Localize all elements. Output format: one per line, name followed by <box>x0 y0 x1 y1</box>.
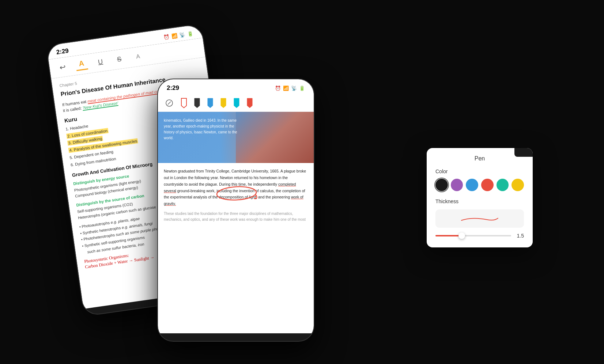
color-blue[interactable] <box>466 179 478 191</box>
pen-panel: Pen Color Thickness 1.5 <box>427 148 533 247</box>
font-tool-back[interactable]: A <box>132 50 145 63</box>
underline-text: completed several <box>164 182 296 193</box>
status-icons-back: ⏰ 📶 📡 🔋 <box>163 31 193 40</box>
color-label: Color <box>435 168 524 174</box>
hl-tool-blue[interactable] <box>206 98 214 109</box>
hl-tool-teal[interactable] <box>233 98 241 109</box>
color-swatches <box>435 179 524 191</box>
battery-icon-front: 🔋 <box>299 86 305 91</box>
svg-marker-9 <box>234 98 239 108</box>
signal-icon: 📡 <box>179 32 186 38</box>
svg-marker-6 <box>195 98 200 108</box>
text-section: Newton graduated from Trinity College, C… <box>158 163 314 228</box>
content-front: kinematics, Galileo died in 1643. In the… <box>158 112 314 333</box>
time-front: 2:29 <box>167 84 179 92</box>
phone-front: 2:29 ⏰ 📶 📡 🔋 <box>157 79 314 342</box>
pen-panel-title: Pen <box>435 155 524 162</box>
color-yellow[interactable] <box>511 179 524 191</box>
hl-tool-red-inverted[interactable] <box>180 98 188 109</box>
status-icons-front: ⏰ 📶 📡 🔋 <box>275 86 305 91</box>
thickness-label: Thickness <box>435 198 524 204</box>
underline-text-2: work of gravity. <box>164 195 303 206</box>
thickness-slider-track[interactable] <box>435 235 511 236</box>
thickness-value: 1.5 <box>515 233 524 239</box>
thickness-slider-row: 1.5 <box>435 233 524 239</box>
image-car <box>236 112 314 163</box>
toolbar-front <box>158 95 314 112</box>
slider-fill <box>435 235 462 236</box>
image-caption: kinematics, Galileo died in 1643. In the… <box>158 112 244 147</box>
color-teal[interactable] <box>497 179 509 191</box>
hl-tool-yellow[interactable] <box>219 98 227 109</box>
color-black[interactable] <box>435 179 448 191</box>
thickness-preview <box>435 209 524 228</box>
svg-marker-7 <box>208 98 213 108</box>
hl-tool-dark[interactable] <box>193 98 201 109</box>
alarm-icon: ⏰ <box>163 34 170 40</box>
thickness-line-preview <box>458 213 502 224</box>
panel-header-bar <box>514 148 533 157</box>
slider-thumb[interactable] <box>458 232 465 239</box>
second-para: These studies laid the foundation for th… <box>164 211 308 223</box>
svg-marker-8 <box>221 98 226 108</box>
status-bar-front: 2:29 ⏰ 📶 📡 🔋 <box>158 79 314 95</box>
eraser-tool-back[interactable]: ↩ <box>56 61 69 74</box>
battery-icon: 🔋 <box>187 31 193 37</box>
svg-marker-5 <box>181 98 186 108</box>
signal-icon-front: 📡 <box>291 86 297 91</box>
hl-tool-red[interactable] <box>246 98 254 109</box>
svg-marker-10 <box>247 98 252 108</box>
time-back: 2:29 <box>56 47 69 56</box>
wifi-icon-front: 📶 <box>283 86 289 91</box>
newton-para: Newton graduated from Trinity College, C… <box>164 168 308 207</box>
color-purple[interactable] <box>451 179 463 191</box>
strike-tool-back[interactable]: S <box>113 53 126 66</box>
alarm-icon-front: ⏰ <box>275 86 281 91</box>
image-section: kinematics, Galileo died in 1643. In the… <box>158 112 314 163</box>
color-red[interactable] <box>481 179 494 191</box>
wifi-icon: 📶 <box>171 33 178 39</box>
underline-tool-back[interactable]: U <box>94 55 107 68</box>
eraser-btn-front[interactable] <box>164 98 175 109</box>
bold-tool-back[interactable]: A <box>75 58 88 71</box>
